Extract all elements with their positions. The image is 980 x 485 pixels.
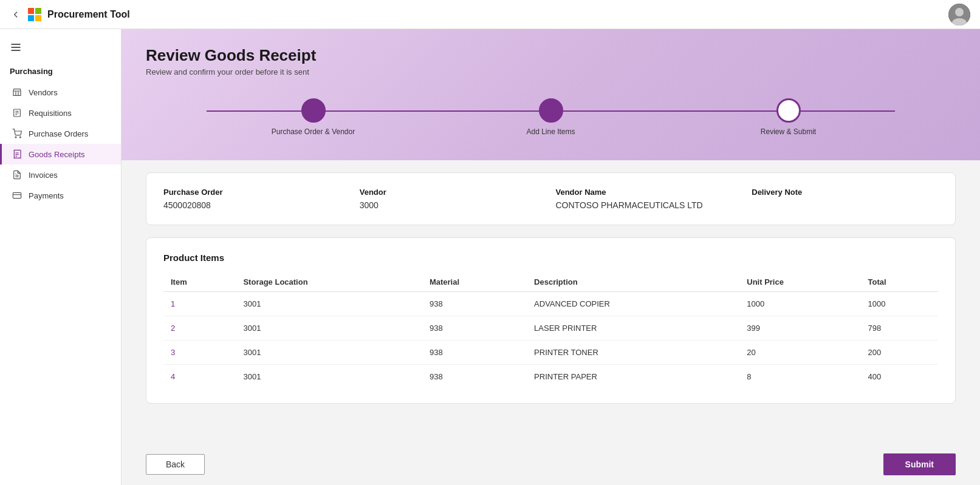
app-title: Procurement Tool: [47, 9, 130, 20]
receipt-icon: [12, 149, 22, 160]
cell-storage: 3001: [236, 316, 422, 341]
order-info-card: Purchase Order 4500020808 Vendor 3000 Ve…: [146, 172, 956, 225]
vendor-label: Vendor: [360, 188, 546, 197]
sidebar-label-purchase-orders: Purchase Orders: [29, 129, 88, 138]
item-number: 3: [171, 348, 175, 357]
sidebar-item-payments[interactable]: Payments: [0, 185, 121, 206]
svg-rect-18: [13, 192, 21, 198]
sidebar-label-requisitions: Requisitions: [29, 109, 72, 118]
cell-material: 938: [422, 341, 527, 365]
table-header-row: Item Storage Location Material Descripti…: [163, 273, 938, 292]
col-description: Description: [527, 273, 739, 292]
item-number: 1: [171, 299, 175, 308]
cell-description: PRINTER TONER: [527, 341, 739, 365]
cell-material: 938: [422, 365, 527, 389]
page-title: Review Goods Receipt: [146, 46, 956, 65]
hamburger-button[interactable]: [0, 36, 121, 58]
col-item: Item: [163, 273, 236, 292]
topbar: Procurement Tool: [0, 0, 980, 29]
cell-total: 798: [861, 316, 938, 341]
sidebar-item-requisitions[interactable]: Requisitions: [0, 103, 121, 123]
vendor-name-label: Vendor Name: [556, 188, 742, 197]
order-info-grid: Purchase Order 4500020808 Vendor 3000 Ve…: [163, 188, 938, 210]
content-area: Review Goods Receipt Review and confirm …: [122, 29, 980, 485]
cell-description: PRINTER PAPER: [527, 365, 739, 389]
cell-unit-price: 8: [739, 365, 860, 389]
avatar[interactable]: [948, 4, 970, 25]
stepper-label-1: Purchase Order & Vendor: [272, 127, 355, 136]
sidebar: Purchasing Vendors Requisitions: [0, 29, 122, 485]
stepper-circle-3: [776, 98, 801, 123]
invoice-icon: [12, 169, 22, 180]
cell-unit-price: 399: [739, 316, 860, 341]
sidebar-label-vendors: Vendors: [29, 88, 58, 97]
table-row: 1 3001 938 ADVANCED COPIER 1000 1000: [163, 292, 938, 316]
stepper-circle-1: [301, 98, 326, 123]
product-items-card: Product Items Item Storage Location Mate…: [146, 237, 956, 404]
sidebar-item-goods-receipts[interactable]: Goods Receipts: [0, 144, 121, 164]
stepper-step-1: Purchase Order & Vendor: [194, 98, 432, 136]
sidebar-item-vendors[interactable]: Vendors: [0, 82, 121, 103]
cards-area: Purchase Order 4500020808 Vendor 3000 Ve…: [122, 160, 980, 444]
delivery-note-field: Delivery Note: [752, 188, 938, 210]
cell-description: ADVANCED COPIER: [527, 292, 739, 316]
sidebar-item-invoices[interactable]: Invoices: [0, 164, 121, 185]
table-row: 4 3001 938 PRINTER PAPER 8 400: [163, 365, 938, 389]
col-total: Total: [861, 273, 938, 292]
sidebar-section-title: Purchasing: [0, 63, 121, 82]
table-row: 2 3001 938 LASER PRINTER 399 798: [163, 316, 938, 341]
submit-button[interactable]: Submit: [883, 453, 956, 475]
col-material: Material: [422, 273, 527, 292]
purchase-order-value: 4500020808: [163, 200, 350, 210]
col-unit-price: Unit Price: [739, 273, 860, 292]
purchase-order-label: Purchase Order: [163, 188, 350, 197]
microsoft-logo: [28, 8, 41, 21]
stepper-label-2: Add Line Items: [526, 127, 575, 136]
item-number: 4: [171, 372, 175, 381]
vendor-name-field: Vendor Name CONTOSO PHARMACEUTICALS LTD: [556, 188, 742, 210]
sidebar-item-purchase-orders[interactable]: Purchase Orders: [0, 123, 121, 144]
stepper: Purchase Order & Vendor Add Line Items R…: [146, 98, 956, 136]
svg-point-1: [955, 8, 964, 16]
order-icon: [12, 128, 22, 139]
svg-point-11: [19, 137, 21, 138]
cell-storage: 3001: [236, 292, 422, 316]
items-table: Item Storage Location Material Descripti…: [163, 273, 938, 388]
list-icon: [12, 107, 22, 118]
delivery-note-label: Delivery Note: [752, 188, 938, 197]
main-layout: Purchasing Vendors Requisitions: [0, 29, 980, 485]
payment-icon: [12, 190, 22, 201]
product-items-title: Product Items: [163, 253, 938, 263]
item-number: 2: [171, 324, 175, 333]
page-subtitle: Review and confirm your order before it …: [146, 67, 956, 76]
sidebar-label-invoices: Invoices: [29, 171, 58, 180]
vendor-value: 3000: [360, 200, 546, 210]
purchase-order-field: Purchase Order 4500020808: [163, 188, 350, 210]
cell-description: LASER PRINTER: [527, 316, 739, 341]
cell-unit-price: 20: [739, 341, 860, 365]
cell-storage: 3001: [236, 365, 422, 389]
stepper-circle-2: [539, 98, 563, 123]
stepper-label-3: Review & Submit: [761, 127, 816, 136]
stepper-step-3: Review & Submit: [670, 98, 907, 136]
vendor-field: Vendor 3000: [360, 188, 546, 210]
header-banner: Review Goods Receipt Review and confirm …: [122, 29, 980, 160]
col-storage: Storage Location: [236, 273, 422, 292]
vendor-name-value: CONTOSO PHARMACEUTICALS LTD: [556, 200, 742, 210]
back-button[interactable]: [10, 8, 22, 21]
topbar-left: Procurement Tool: [10, 8, 130, 21]
cell-material: 938: [422, 316, 527, 341]
cell-storage: 3001: [236, 341, 422, 365]
cell-unit-price: 1000: [739, 292, 860, 316]
svg-point-10: [15, 137, 16, 138]
shop-icon: [12, 87, 22, 98]
cell-total: 200: [861, 341, 938, 365]
cell-total: 1000: [861, 292, 938, 316]
footer-buttons: Back Submit: [122, 444, 980, 485]
stepper-step-2: Add Line Items: [432, 98, 670, 136]
table-row: 3 3001 938 PRINTER TONER 20 200: [163, 341, 938, 365]
cell-total: 400: [861, 365, 938, 389]
back-button[interactable]: Back: [146, 454, 205, 475]
sidebar-label-payments: Payments: [29, 191, 64, 200]
cell-material: 938: [422, 292, 527, 316]
